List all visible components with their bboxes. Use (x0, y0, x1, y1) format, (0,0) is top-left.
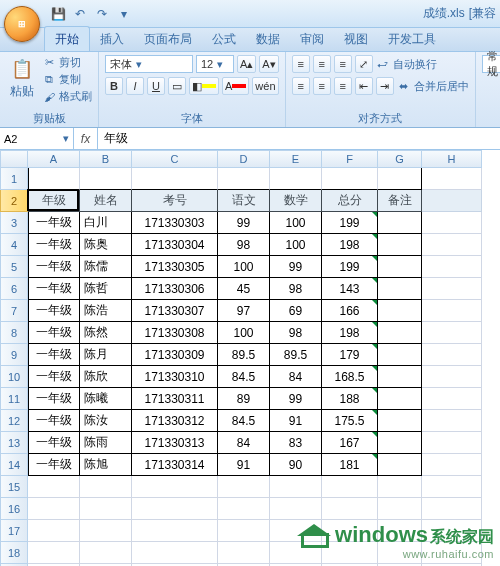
formula-input[interactable]: 年级 (98, 128, 500, 149)
col-header-E[interactable]: E (270, 150, 322, 168)
cell[interactable]: 100 (270, 234, 322, 256)
cell[interactable] (422, 234, 482, 256)
copy-button[interactable]: ⧉复制 (42, 72, 92, 87)
row-header-15[interactable]: 15 (0, 476, 28, 498)
cell[interactable] (422, 300, 482, 322)
bold-button[interactable]: B (105, 77, 123, 95)
cell[interactable]: 143 (322, 278, 378, 300)
row-header-17[interactable]: 17 (0, 520, 28, 542)
row-header-7[interactable]: 7 (0, 300, 28, 322)
cell[interactable] (132, 476, 218, 498)
cell[interactable]: 陈儒 (80, 256, 132, 278)
cell[interactable]: 陈旭 (80, 454, 132, 476)
fx-icon[interactable]: fx (74, 128, 98, 149)
col-header-F[interactable]: F (322, 150, 378, 168)
cell[interactable]: 姓名 (80, 190, 132, 212)
row-header-6[interactable]: 6 (0, 278, 28, 300)
cell[interactable] (322, 542, 378, 564)
cell[interactable] (378, 278, 422, 300)
cell[interactable] (422, 410, 482, 432)
col-header-C[interactable]: C (132, 150, 218, 168)
cell[interactable]: 年级 (28, 190, 80, 212)
grow-font-button[interactable]: A▴ (237, 55, 256, 73)
cell[interactable] (218, 476, 270, 498)
cell[interactable]: 167 (322, 432, 378, 454)
cell[interactable]: 198 (322, 234, 378, 256)
cell[interactable]: 171330306 (132, 278, 218, 300)
cell[interactable]: 99 (270, 388, 322, 410)
cell[interactable] (28, 520, 80, 542)
cell[interactable]: 84.5 (218, 410, 270, 432)
cell[interactable] (218, 168, 270, 190)
cell[interactable]: 199 (322, 212, 378, 234)
increase-indent-button[interactable]: ⇥ (376, 77, 394, 95)
row-header-3[interactable]: 3 (0, 212, 28, 234)
cell[interactable]: 一年级 (28, 410, 80, 432)
cell[interactable]: 一年级 (28, 212, 80, 234)
col-header-G[interactable]: G (378, 150, 422, 168)
cell[interactable]: 98 (270, 322, 322, 344)
cell[interactable] (80, 476, 132, 498)
cell[interactable]: 陈欣 (80, 366, 132, 388)
cell[interactable]: 陈奥 (80, 234, 132, 256)
cell[interactable] (132, 168, 218, 190)
cell[interactable]: 陈月 (80, 344, 132, 366)
cell[interactable] (132, 498, 218, 520)
cell[interactable]: 166 (322, 300, 378, 322)
cell[interactable]: 90 (270, 454, 322, 476)
qat-dropdown-icon[interactable]: ▾ (116, 6, 132, 22)
cell[interactable]: 一年级 (28, 278, 80, 300)
name-box[interactable]: A2▾ (0, 128, 74, 149)
row-header-14[interactable]: 14 (0, 454, 28, 476)
cell[interactable]: 171330305 (132, 256, 218, 278)
cell[interactable] (378, 300, 422, 322)
cell[interactable] (378, 410, 422, 432)
cell[interactable] (322, 498, 378, 520)
cell[interactable]: 97 (218, 300, 270, 322)
cell[interactable]: 陈浩 (80, 300, 132, 322)
cell[interactable]: 171330311 (132, 388, 218, 410)
cell[interactable] (270, 520, 322, 542)
cell[interactable] (378, 344, 422, 366)
format-painter-button[interactable]: 🖌格式刷 (42, 89, 92, 104)
font-name-combo[interactable]: 宋体▾ (105, 55, 193, 73)
cell[interactable]: 一年级 (28, 234, 80, 256)
cell[interactable]: 99 (218, 212, 270, 234)
cell[interactable]: 100 (270, 212, 322, 234)
cell[interactable]: 陈汝 (80, 410, 132, 432)
italic-button[interactable]: I (126, 77, 144, 95)
cell[interactable]: 84 (270, 366, 322, 388)
cell[interactable]: 陈哲 (80, 278, 132, 300)
merge-center-button[interactable]: ⬌合并后居中 (397, 79, 469, 94)
cell[interactable] (378, 212, 422, 234)
row-header-10[interactable]: 10 (0, 366, 28, 388)
cell[interactable] (378, 256, 422, 278)
cell[interactable]: 一年级 (28, 256, 80, 278)
cell[interactable] (322, 168, 378, 190)
cell[interactable]: 100 (218, 256, 270, 278)
cell[interactable] (378, 388, 422, 410)
cell[interactable]: 一年级 (28, 300, 80, 322)
cell[interactable]: 168.5 (322, 366, 378, 388)
cell[interactable] (378, 498, 422, 520)
row-header-1[interactable]: 1 (0, 168, 28, 190)
cell[interactable]: 171330303 (132, 212, 218, 234)
tab-5[interactable]: 审阅 (290, 27, 334, 51)
cell[interactable] (322, 520, 378, 542)
cell[interactable] (422, 344, 482, 366)
cell[interactable]: 一年级 (28, 388, 80, 410)
cell[interactable]: 171330310 (132, 366, 218, 388)
row-header-9[interactable]: 9 (0, 344, 28, 366)
col-header-H[interactable]: H (422, 150, 482, 168)
cell[interactable]: 89.5 (218, 344, 270, 366)
cell[interactable]: 83 (270, 432, 322, 454)
cell[interactable]: 成绩表 (28, 168, 80, 190)
cell[interactable]: 一年级 (28, 322, 80, 344)
cell[interactable] (378, 454, 422, 476)
cell[interactable]: 一年级 (28, 344, 80, 366)
row-header-4[interactable]: 4 (0, 234, 28, 256)
fill-color-button[interactable]: ◧ (189, 77, 219, 95)
orientation-button[interactable]: ⤢ (355, 55, 373, 73)
row-header-18[interactable]: 18 (0, 542, 28, 564)
cell[interactable]: 199 (322, 256, 378, 278)
